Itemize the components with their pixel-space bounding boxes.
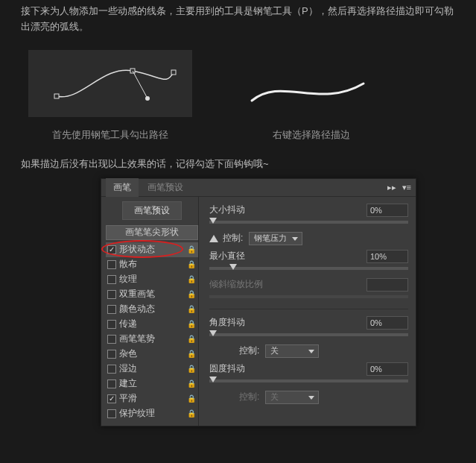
round-control-label: 控制: bbox=[239, 391, 259, 403]
tab-brush-presets[interactable]: 画笔预设 bbox=[140, 178, 191, 197]
round-control-dropdown[interactable]: 关 bbox=[265, 391, 319, 404]
checkbox-icon[interactable] bbox=[107, 260, 116, 269]
panel-header: 画笔 画笔预设 ▸▸ ▾≡ bbox=[101, 179, 416, 197]
example-stroke: 右键选择路径描边 bbox=[237, 65, 386, 142]
checkbox-icon[interactable] bbox=[107, 394, 116, 403]
sidebar-item-11[interactable]: 保护纹理🔒 bbox=[106, 406, 198, 421]
lock-icon[interactable]: 🔒 bbox=[186, 350, 197, 358]
roundness-jitter-label: 圆度抖动 bbox=[209, 362, 245, 375]
control-dropdown[interactable]: 钢笔压力 bbox=[249, 232, 302, 245]
tilt-scale-value bbox=[366, 278, 408, 292]
setting-tilt-scale: 倾斜缩放比例 bbox=[209, 277, 408, 292]
lock-icon[interactable]: 🔒 bbox=[186, 409, 197, 418]
setting-angle-control: 控制: 关 bbox=[209, 344, 408, 359]
checkbox-icon[interactable] bbox=[107, 275, 116, 284]
roundness-jitter-slider[interactable] bbox=[209, 379, 408, 382]
lock-icon[interactable]: 🔒 bbox=[186, 365, 197, 373]
checkbox-icon[interactable] bbox=[107, 290, 116, 299]
sidebar-item-2[interactable]: 纹理🔒 bbox=[106, 272, 198, 287]
svg-rect-2 bbox=[171, 70, 176, 75]
lock-icon[interactable]: 🔒 bbox=[186, 290, 197, 298]
intro-text: 接下来为人物添加一些动感的线条，主要用到的工具是钢笔工具（P），然后再选择路径描… bbox=[0, 0, 476, 39]
example-caption-right: 右键选择路径描边 bbox=[273, 128, 350, 142]
sidebar-item-label: 传递 bbox=[119, 318, 137, 330]
checkbox-icon[interactable] bbox=[107, 335, 116, 344]
panel-sidebar: 画笔预设 画笔笔尖形状 形状动态🔒散布🔒纹理🔒双重画笔🔒颜色动态🔒传递🔒画笔笔势… bbox=[101, 197, 198, 426]
sidebar-item-8[interactable]: 湿边🔒 bbox=[106, 362, 198, 377]
note-text: 如果描边后没有出现以上效果的话，记得勾选下面钩钩哦~ bbox=[0, 145, 476, 178]
lock-icon[interactable]: 🔒 bbox=[186, 320, 197, 328]
warning-icon bbox=[209, 235, 218, 242]
control-label: 控制: bbox=[223, 232, 243, 245]
setting-size-jitter: 大小抖动 0% bbox=[209, 203, 408, 218]
sidebar-item-label: 画笔笔势 bbox=[119, 333, 155, 345]
tilt-scale-label: 倾斜缩放比例 bbox=[209, 278, 263, 291]
lock-icon[interactable]: 🔒 bbox=[186, 245, 197, 253]
sidebar-item-label: 形状动态 bbox=[119, 243, 155, 256]
size-jitter-label: 大小抖动 bbox=[209, 204, 245, 216]
roundness-jitter-value[interactable]: 0% bbox=[366, 362, 408, 376]
lock-icon[interactable]: 🔒 bbox=[186, 379, 197, 388]
setting-angle-jitter: 角度抖动 0% bbox=[209, 315, 408, 330]
sidebar-item-9[interactable]: 建立🔒 bbox=[106, 377, 198, 391]
size-jitter-value[interactable]: 0% bbox=[366, 204, 408, 217]
sidebar-item-4[interactable]: 颜色动态🔒 bbox=[106, 302, 198, 317]
lock-icon[interactable]: 🔒 bbox=[186, 260, 197, 268]
lock-icon[interactable]: 🔒 bbox=[186, 275, 197, 283]
sidebar-item-label: 建立 bbox=[119, 377, 137, 390]
sidebar-item-label: 湿边 bbox=[119, 362, 137, 375]
setting-round-control: 控制: 关 bbox=[209, 390, 408, 405]
sidebar-item-5[interactable]: 传递🔒 bbox=[106, 317, 198, 332]
angle-control-dropdown[interactable]: 关 bbox=[265, 344, 319, 358]
sidebar-item-label: 颜色动态 bbox=[119, 303, 155, 315]
sidebar-tip-shape-label: 画笔笔尖形状 bbox=[125, 226, 179, 239]
setting-control: 控制: 钢笔压力 bbox=[209, 231, 408, 246]
svg-rect-0 bbox=[54, 94, 59, 98]
angle-jitter-value[interactable]: 0% bbox=[366, 316, 408, 330]
brush-panel: 画笔 画笔预设 ▸▸ ▾≡ 画笔预设 画笔笔尖形状 形状动态🔒散布🔒纹理🔒双重画… bbox=[101, 178, 416, 426]
examples-row: 首先使用钢笔工具勾出路径 右键选择路径描边 bbox=[0, 39, 476, 145]
sidebar-tip-shape[interactable]: 画笔笔尖形状 bbox=[106, 225, 198, 240]
min-diameter-label: 最小直径 bbox=[209, 250, 245, 262]
angle-jitter-label: 角度抖动 bbox=[209, 316, 245, 329]
min-diameter-value[interactable]: 10% bbox=[366, 250, 408, 263]
checkbox-icon[interactable] bbox=[107, 379, 116, 388]
sidebar-item-7[interactable]: 杂色🔒 bbox=[106, 347, 198, 362]
sidebar-item-1[interactable]: 散布🔒 bbox=[106, 257, 198, 272]
example-caption-left: 首先使用钢笔工具勾出路径 bbox=[52, 128, 168, 142]
stroke-curve bbox=[237, 65, 386, 117]
size-jitter-slider[interactable] bbox=[209, 221, 408, 224]
sidebar-item-label: 杂色 bbox=[119, 347, 137, 360]
panel-settings: 大小抖动 0% 控制: 钢笔压力 最小直径 10% 倾斜缩放比例 角度抖动 bbox=[198, 197, 416, 426]
panel-menu-icon[interactable]: ▾≡ bbox=[402, 183, 411, 192]
lock-icon[interactable]: 🔒 bbox=[186, 335, 197, 343]
lock-icon[interactable]: 🔒 bbox=[186, 394, 197, 403]
sidebar-item-6[interactable]: 画笔笔势🔒 bbox=[106, 332, 198, 347]
sidebar-item-0[interactable]: 形状动态🔒 bbox=[106, 242, 198, 257]
lock-icon[interactable]: 🔒 bbox=[186, 305, 197, 313]
tab-brush[interactable]: 画笔 bbox=[106, 178, 139, 197]
checkbox-icon[interactable] bbox=[107, 305, 116, 314]
preset-button[interactable]: 画笔预设 bbox=[122, 201, 182, 220]
checkbox-icon[interactable] bbox=[107, 320, 116, 329]
checkbox-icon[interactable] bbox=[107, 409, 116, 418]
sidebar-item-label: 平滑 bbox=[119, 392, 137, 405]
pen-path-preview bbox=[28, 50, 192, 117]
checkbox-icon[interactable] bbox=[107, 245, 116, 254]
sidebar-item-3[interactable]: 双重画笔🔒 bbox=[106, 287, 198, 302]
setting-roundness-jitter: 圆度抖动 0% bbox=[209, 362, 408, 377]
example-pen-path: 首先使用钢笔工具勾出路径 bbox=[28, 50, 192, 142]
sidebar-item-label: 纹理 bbox=[119, 273, 137, 286]
checkbox-icon[interactable] bbox=[107, 350, 116, 359]
setting-min-diameter: 最小直径 10% bbox=[209, 249, 408, 264]
min-diameter-slider[interactable] bbox=[209, 267, 408, 270]
svg-line-4 bbox=[133, 71, 147, 98]
angle-jitter-slider[interactable] bbox=[209, 333, 408, 336]
sidebar-item-10[interactable]: 平滑🔒 bbox=[106, 391, 198, 406]
panel-collapse-icon[interactable]: ▸▸ bbox=[387, 183, 396, 192]
sidebar-item-label: 散布 bbox=[119, 258, 137, 271]
angle-control-label: 控制: bbox=[239, 344, 259, 357]
sidebar-item-label: 保护纹理 bbox=[119, 407, 155, 420]
checkbox-icon[interactable] bbox=[107, 365, 116, 374]
tilt-scale-slider bbox=[209, 295, 408, 298]
